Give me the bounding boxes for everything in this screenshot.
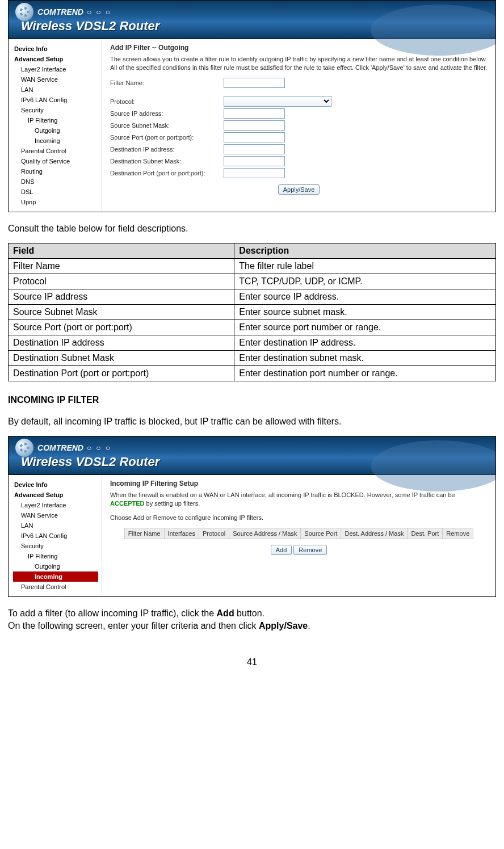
nav-incoming-selected[interactable]: Incoming (13, 571, 98, 582)
content-pane: Incoming IP Filtering Setup When the fir… (102, 475, 495, 596)
page-number: 41 (8, 640, 496, 675)
nav-outgoing[interactable]: Outgoing (13, 125, 102, 136)
table-cell: Enter destination subnet mask. (234, 351, 496, 366)
label-src-port: Source Port (port or port:port): (110, 134, 224, 141)
nav-qos[interactable]: Quality of Service (13, 156, 102, 166)
nav-wan-service[interactable]: WAN Service (13, 510, 102, 520)
nav-security[interactable]: Security (13, 541, 102, 551)
page-title: Incoming IP Filtering Setup (110, 480, 488, 487)
nav-advanced-setup[interactable]: Advanced Setup (13, 490, 102, 500)
nav-device-info[interactable]: Device Info (13, 480, 102, 490)
label-dst-mask: Destination Subnet Mask: (110, 158, 224, 165)
nav-lan[interactable]: LAN (13, 85, 102, 95)
nav-ipv6-lan[interactable]: IPv6 LAN Config (13, 531, 102, 541)
nav-device-info[interactable]: Device Info (13, 44, 102, 54)
protocol-select[interactable] (224, 96, 331, 107)
nav-dns[interactable]: DNS (13, 176, 102, 187)
field-description-table: Field Description Filter NameThe filter … (8, 243, 496, 381)
dots-icon: ○ ○ ○ (87, 443, 111, 452)
dots-icon: ○ ○ ○ (87, 7, 111, 16)
product-name: Wireless VDSL2 Router (15, 19, 489, 33)
page-title: Add IP Filter -- Outgoing (110, 44, 488, 52)
filter-name-input[interactable] (224, 78, 285, 88)
incoming-filter-table: Filter Name Interfaces Protocol Source A… (124, 528, 474, 539)
table-cell: TCP, TCP/UDP, UDP, or ICMP. (234, 274, 496, 289)
src-mask-input[interactable] (224, 120, 285, 131)
table-cell: Destination Subnet Mask (9, 351, 234, 366)
remove-button[interactable]: Remove (293, 545, 327, 555)
label-dst-ip: Destination IP address: (110, 146, 224, 153)
nav-layer2[interactable]: Layer2 Interface (13, 64, 102, 74)
dst-port-input[interactable] (224, 168, 285, 178)
col-dst-port: Dest. Port (408, 528, 443, 539)
table-cell: Source IP address (9, 289, 234, 305)
nav-parental[interactable]: Parental Control (13, 582, 102, 592)
nav-ip-filtering[interactable]: IP Filtering (13, 551, 102, 561)
table-cell: Enter source IP address. (234, 289, 496, 305)
table-cell: Destination Port (port or port:port) (9, 366, 234, 381)
nav-routing[interactable]: Routing (13, 166, 102, 176)
choose-text: Choose Add or Remove to configure incomi… (110, 514, 488, 522)
accepted-text: ACCEPTED (110, 500, 145, 507)
nav-ip-filtering[interactable]: IP Filtering (13, 115, 102, 125)
src-ip-input[interactable] (224, 108, 285, 119)
table-cell: Source Port (port or port:port) (9, 320, 234, 335)
table-cell: Enter source subnet mask. (234, 305, 496, 320)
nav-pane: Device Info Advanced Setup Layer2 Interf… (9, 475, 102, 596)
nav-upnp[interactable]: Upnp (13, 197, 102, 207)
router-header: COMTREND○ ○ ○ Wireless VDSL2 Router (9, 1, 495, 39)
dst-mask-input[interactable] (224, 156, 285, 166)
table-cell: Filter Name (9, 259, 234, 274)
table-cell: Source Subnet Mask (9, 305, 234, 320)
screenshot-add-ip-filter-outgoing: COMTREND○ ○ ○ Wireless VDSL2 Router Devi… (8, 0, 496, 212)
col-dst-addr: Dest. Address / Mask (341, 528, 408, 539)
nav-security[interactable]: Security (13, 105, 102, 115)
nav-wan-service[interactable]: WAN Service (13, 74, 102, 85)
table-cell: Destination IP address (9, 335, 234, 351)
label-filter-name: Filter Name: (110, 79, 224, 86)
apply-save-button[interactable]: Apply/Save (278, 184, 320, 195)
add-button[interactable]: Add (271, 545, 292, 555)
nav-ipv6-lan[interactable]: IPv6 LAN Config (13, 95, 102, 105)
table-lead-text: Consult the table below for field descri… (8, 222, 496, 235)
after-shot-text-1: To add a filter (to allow incoming IP tr… (8, 607, 496, 620)
nav-outgoing[interactable]: Outgoing (13, 561, 102, 571)
router-header: COMTREND○ ○ ○ Wireless VDSL2 Router (9, 436, 495, 475)
bold-add: Add (217, 608, 234, 618)
after-shot-text-2: On the following screen, enter your filt… (8, 620, 496, 632)
table-cell: Enter destination IP address. (234, 335, 496, 351)
col-filter-name: Filter Name (124, 528, 164, 539)
col-interfaces: Interfaces (164, 528, 199, 539)
table-cell: Enter destination port number or range. (234, 366, 496, 381)
section-heading-incoming: INCOMING IP FILTER (8, 395, 496, 405)
incoming-intro-text: By default, all incoming IP traffic is b… (8, 415, 496, 428)
label-dst-port: Destination Port (port or port:port): (110, 170, 224, 176)
nav-lan[interactable]: LAN (13, 520, 102, 531)
label-src-ip: Source IP address: (110, 110, 224, 117)
brand-name: COMTREND○ ○ ○ (37, 7, 111, 16)
table-cell: Enter source port number or range. (234, 320, 496, 335)
src-port-input[interactable] (224, 132, 285, 142)
nav-advanced-setup[interactable]: Advanced Setup (13, 54, 102, 64)
nav-pane: Device Info Advanced Setup Layer2 Interf… (9, 39, 102, 212)
table-cell: Protocol (9, 274, 234, 289)
label-src-mask: Source Subnet Mask: (110, 122, 224, 129)
col-remove: Remove (443, 528, 473, 539)
th-field: Field (9, 243, 234, 259)
intro-text: The screen allows you to create a filter… (110, 55, 488, 72)
nav-incoming[interactable]: Incoming (13, 136, 102, 146)
col-src-addr: Source Address / Mask (229, 528, 301, 539)
table-cell: The filter rule label (234, 259, 496, 274)
intro-text: When the firewall is enabled on a WAN or… (110, 491, 488, 508)
nav-layer2[interactable]: Layer2 Interface (13, 500, 102, 510)
nav-parental[interactable]: Parental Control (13, 146, 102, 156)
dst-ip-input[interactable] (224, 144, 285, 154)
product-name: Wireless VDSL2 Router (15, 455, 489, 469)
nav-dsl[interactable]: DSL (13, 187, 102, 197)
content-pane: Add IP Filter -- Outgoing The screen all… (102, 39, 495, 212)
th-desc: Description (234, 243, 496, 259)
screenshot-incoming-ip-filter: COMTREND○ ○ ○ Wireless VDSL2 Router Devi… (8, 436, 496, 597)
bold-apply-save: Apply/Save (259, 621, 308, 631)
brand-name: COMTREND○ ○ ○ (37, 443, 111, 452)
col-protocol: Protocol (199, 528, 229, 539)
